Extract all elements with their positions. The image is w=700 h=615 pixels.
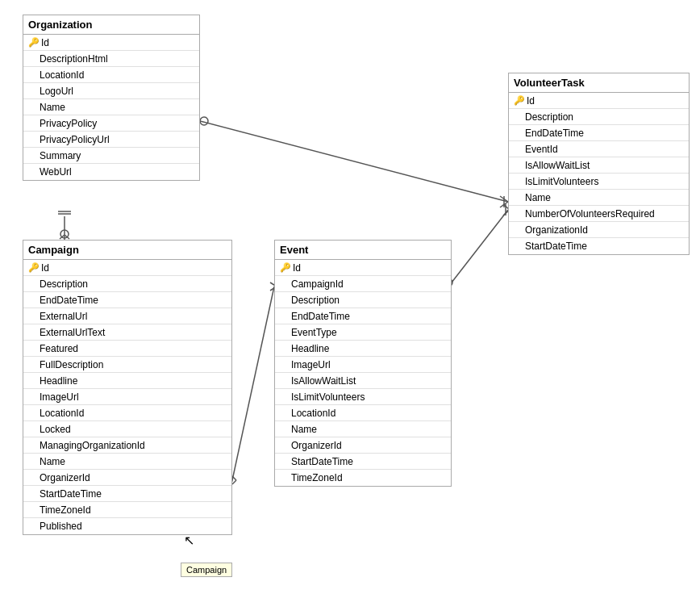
org-field-weburl: WebUrl	[23, 164, 199, 180]
tooltip: Campaign	[181, 563, 232, 577]
svg-line-14	[500, 202, 508, 207]
campaign-table[interactable]: Campaign 🔑 Id Description EndDateTime Ex…	[23, 240, 232, 535]
svg-line-13	[500, 196, 508, 202]
svg-line-12	[200, 121, 508, 202]
org-field-logourl: LogoUrl	[23, 83, 199, 99]
org-field-privacypolicy: PrivacyPolicy	[23, 115, 199, 132]
svg-line-9	[232, 480, 236, 484]
svg-point-3	[60, 230, 69, 238]
event-field-startdatetime: StartDateTime	[275, 454, 451, 470]
svg-point-16	[200, 117, 208, 125]
event-field-timezoneid: TimeZoneId	[275, 470, 451, 486]
event-field-enddatetime: EndDateTime	[275, 308, 451, 324]
camp-field-name: Name	[23, 454, 231, 470]
pk-icon: 🔑	[28, 37, 38, 48]
event-field-eventtype: EventType	[275, 324, 451, 341]
event-field-imageurl: ImageUrl	[275, 357, 451, 373]
event-field-locationid: LocationId	[275, 405, 451, 421]
svg-line-17	[452, 210, 508, 282]
organization-header: Organization	[23, 15, 199, 35]
vt-field-orgid: OrganizationId	[509, 222, 689, 238]
vt-field-islimitvolunteers: IsLimitVolunteers	[509, 174, 689, 190]
svg-line-4	[60, 235, 65, 239]
camp-field-fulldescription: FullDescription	[23, 357, 231, 373]
camp-field-locationid: LocationId	[23, 405, 231, 421]
camp-field-description: Description	[23, 276, 231, 292]
pk-icon-event: 🔑	[280, 262, 290, 273]
event-header: Event	[275, 241, 451, 260]
event-field-headline: Headline	[275, 341, 451, 357]
camp-field-published: Published	[23, 518, 231, 534]
event-table[interactable]: Event 🔑 Id CampaignId Description EndDat…	[274, 240, 452, 487]
event-field-id: 🔑 Id	[275, 260, 451, 276]
svg-line-5	[65, 235, 69, 239]
camp-field-imageurl: ImageUrl	[23, 389, 231, 405]
camp-field-organizerid: OrganizerId	[23, 470, 231, 486]
camp-field-externalurltext: ExternalUrlText	[23, 324, 231, 341]
camp-field-featured: Featured	[23, 341, 231, 357]
camp-field-enddatetime: EndDateTime	[23, 292, 231, 308]
pk-icon-vt: 🔑	[514, 95, 523, 106]
vt-field-enddatetime: EndDateTime	[509, 125, 689, 141]
volunteertask-header: VolunteerTask	[509, 73, 689, 93]
org-field-name: Name	[23, 99, 199, 115]
event-field-description: Description	[275, 292, 451, 308]
organization-table[interactable]: Organization 🔑 Id DescriptionHtml Locati…	[23, 15, 200, 181]
vt-field-eventid: EventId	[509, 141, 689, 157]
volunteertask-table[interactable]: VolunteerTask 🔑 Id Description EndDateTi…	[508, 73, 690, 255]
event-field-campaignid: CampaignId	[275, 276, 451, 292]
vt-field-name: Name	[509, 190, 689, 206]
org-field-descriptionhtml: DescriptionHtml	[23, 51, 199, 67]
camp-field-locked: Locked	[23, 421, 231, 437]
vt-field-description: Description	[509, 109, 689, 125]
vt-field-id: 🔑 Id	[509, 93, 689, 109]
camp-field-startdatetime: StartDateTime	[23, 486, 231, 502]
vt-field-numvol: NumberOfVolunteersRequired	[509, 206, 689, 222]
svg-line-8	[232, 476, 236, 480]
camp-field-externalurl: ExternalUrl	[23, 308, 231, 324]
campaign-header: Campaign	[23, 241, 231, 260]
org-field-summary: Summary	[23, 148, 199, 164]
camp-field-managingorgid: ManagingOrganizationId	[23, 437, 231, 454]
camp-field-timezoneid: TimeZoneId	[23, 502, 231, 518]
svg-line-6	[232, 287, 274, 480]
pk-icon-campaign: 🔑	[28, 262, 38, 273]
org-field-locationid: LocationId	[23, 67, 199, 83]
org-field-id: 🔑 Id	[23, 35, 199, 51]
event-field-isallowwaitlist: IsAllowWaitList	[275, 373, 451, 389]
vt-field-startdatetime: StartDateTime	[509, 238, 689, 254]
event-field-organizerid: OrganizerId	[275, 437, 451, 454]
diagram-canvas: Organization 🔑 Id DescriptionHtml Locati…	[0, 0, 700, 615]
vt-field-isallowwaitlist: IsAllowWaitList	[509, 157, 689, 174]
event-field-islimitvolunteers: IsLimitVolunteers	[275, 389, 451, 405]
camp-field-headline: Headline	[23, 373, 231, 389]
org-field-privacypolicyurl: PrivacyPolicyUrl	[23, 132, 199, 148]
event-field-name: Name	[275, 421, 451, 437]
camp-field-id: 🔑 Id	[23, 260, 231, 276]
